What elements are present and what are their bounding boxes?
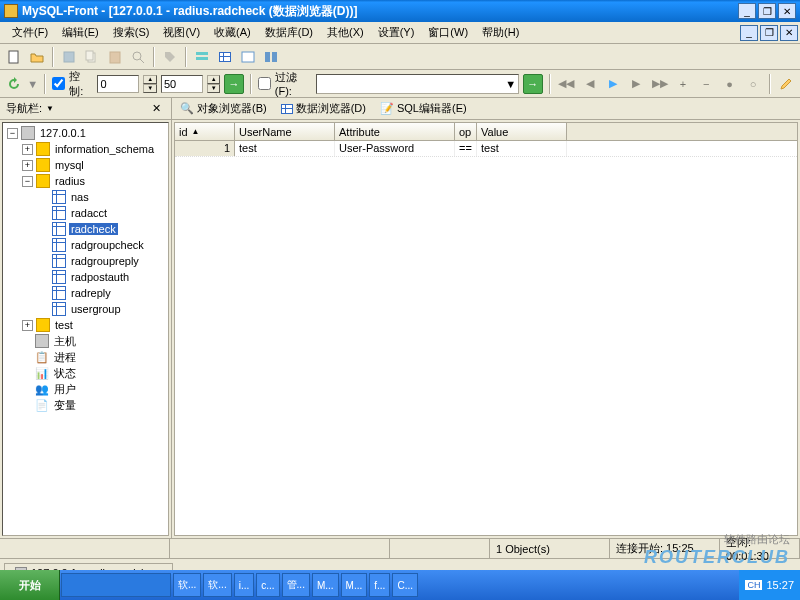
col-username[interactable]: UserName [235,123,335,140]
to-spin-up[interactable]: ▲ [207,75,221,84]
delete-row-icon[interactable]: − [697,74,716,94]
table-icon [52,270,66,284]
menu-search[interactable]: 搜索(S) [107,23,156,42]
from-spin-down[interactable]: ▼ [143,84,157,93]
add-row-icon[interactable]: + [673,74,692,94]
taskbar-item[interactable]: 软... [203,573,231,597]
tree-host[interactable]: 主机 [5,333,166,349]
paste-icon[interactable] [105,47,125,67]
data-browser-icon [281,104,293,114]
menu-view[interactable]: 视图(V) [157,23,206,42]
filter-go-button[interactable]: → [523,74,542,94]
menu-edit[interactable]: 编辑(E) [56,23,105,42]
tree-table-radgroupcheck[interactable]: radgroupcheck [5,237,166,253]
nav-first-icon[interactable]: ◀◀ [557,74,576,94]
tab-object-browser[interactable]: 🔍对象浏览器(B) [176,99,271,118]
refresh-icon[interactable] [4,74,23,94]
restore-button-inner[interactable]: ❐ [760,25,778,41]
menu-help[interactable]: 帮助(H) [476,23,525,42]
tree-db-mysql[interactable]: +mysql [5,157,166,173]
col-attribute[interactable]: Attribute [335,123,455,140]
new-icon[interactable] [4,47,24,67]
tab-sql-editor[interactable]: 📝SQL编辑器(E) [376,99,471,118]
table-icon [52,222,66,236]
menu-other[interactable]: 其他(X) [321,23,370,42]
from-spin-up[interactable]: ▲ [143,75,157,84]
nav-current-icon[interactable]: ▶ [603,74,622,94]
taskbar-item[interactable]: i... [234,573,255,597]
taskbar-item[interactable]: 软... [173,573,201,597]
quick-launch[interactable] [61,573,171,597]
nav-next-icon[interactable]: ▶ [627,74,646,94]
menu-database[interactable]: 数据库(D) [259,23,319,42]
menu-file[interactable]: 文件(F) [6,23,54,42]
tree-table-usergroup[interactable]: usergroup [5,301,166,317]
data-grid[interactable]: id ▲ UserName Attribute op Value 1 test … [174,122,798,536]
tree-stat[interactable]: 📊状态 [5,365,166,381]
start-button[interactable]: 开始 [0,570,60,600]
control-checkbox[interactable] [52,77,65,90]
tab-data-browser[interactable]: 数据浏览器(D) [277,99,370,118]
tree-db-information_schema[interactable]: +information_schema [5,141,166,157]
find-icon[interactable] [128,47,148,67]
edit-icon[interactable] [777,74,796,94]
taskbar-item[interactable]: C... [392,573,418,597]
taskbar-item[interactable]: M... [341,573,368,597]
filter-checkbox[interactable] [258,77,271,90]
open-icon[interactable] [27,47,47,67]
view-sql-icon[interactable] [238,47,258,67]
to-input[interactable] [161,75,203,93]
table-row[interactable]: 1 test User-Password == test [175,141,797,157]
tree-db-test[interactable]: +test [5,317,166,333]
col-id[interactable]: id ▲ [175,123,235,140]
system-tray[interactable]: CH 15:27 [739,570,800,600]
tree-user[interactable]: 👥用户 [5,381,166,397]
commit-icon[interactable]: ● [720,74,739,94]
go-button[interactable]: → [224,74,243,94]
tree-table-radpostauth[interactable]: radpostauth [5,269,166,285]
maximize-button-outer[interactable]: ❐ [758,3,776,19]
view-object-icon[interactable] [192,47,212,67]
sql-editor-icon: 📝 [380,102,394,115]
minimize-button-outer[interactable]: _ [738,3,756,19]
copy-icon[interactable] [82,47,102,67]
tree-proc[interactable]: 📋进程 [5,349,166,365]
tree-table-nas[interactable]: nas [5,189,166,205]
close-button-inner[interactable]: ✕ [780,25,798,41]
save-icon[interactable] [59,47,79,67]
nav-last-icon[interactable]: ▶▶ [650,74,669,94]
menu-favorites[interactable]: 收藏(A) [208,23,257,42]
to-spin-down[interactable]: ▼ [207,84,221,93]
tree-table-radreply[interactable]: radreply [5,285,166,301]
nav-close-icon[interactable]: ✕ [148,102,165,115]
tree-table-radgroupreply[interactable]: radgroupreply [5,253,166,269]
filter-combo[interactable]: ▼ [316,74,519,94]
taskbar-item[interactable]: M... [312,573,339,597]
taskbar-item[interactable]: f... [369,573,390,597]
close-button-outer[interactable]: ✕ [778,3,796,19]
table-icon [52,286,66,300]
svg-rect-7 [196,52,208,55]
col-op[interactable]: op [455,123,477,140]
menu-window[interactable]: 窗口(W) [422,23,474,42]
menu-options[interactable]: 设置(Y) [372,23,421,42]
tree-table-radcheck[interactable]: radcheck [5,221,166,237]
tray-lang-icon[interactable]: CH [745,580,762,590]
nav-tree[interactable]: − 127.0.0.1 +information_schema+mysql−ra… [2,122,169,536]
nav-prev-icon[interactable]: ◀ [580,74,599,94]
tree-table-radacct[interactable]: radacct [5,205,166,221]
rollback-icon[interactable]: ○ [743,74,762,94]
view-split-icon[interactable] [261,47,281,67]
table-icon [52,206,66,220]
tree-root[interactable]: − 127.0.0.1 [5,125,166,141]
view-data-icon[interactable] [215,47,235,67]
tree-db-radius[interactable]: −radius [5,173,166,189]
tag-icon[interactable] [160,47,180,67]
col-value[interactable]: Value [477,123,567,140]
taskbar-item[interactable]: c... [256,573,279,597]
tree-var[interactable]: 📄变量 [5,397,166,413]
taskbar-item[interactable]: 管... [282,573,310,597]
minimize-button-inner[interactable]: _ [740,25,758,41]
from-input[interactable] [97,75,139,93]
menubar: 文件(F) 编辑(E) 搜索(S) 视图(V) 收藏(A) 数据库(D) 其他(… [0,22,800,44]
